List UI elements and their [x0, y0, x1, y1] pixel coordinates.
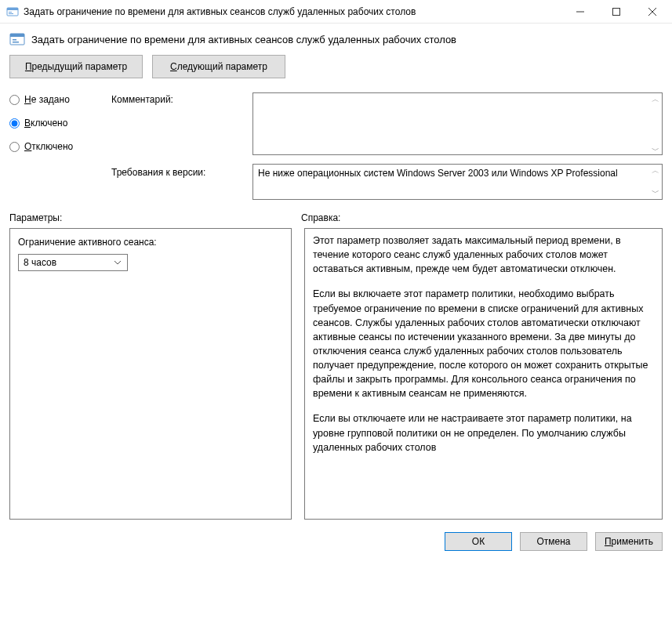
titlebar: Задать ограничение по времени для активн…: [0, 0, 672, 24]
active-limit-label: Ограничение активного сеанса:: [18, 237, 283, 248]
help-paragraph: Этот параметр позволяет задать максималь…: [313, 234, 654, 276]
mid-labels: Параметры: Справка:: [9, 212, 663, 223]
minimize-button[interactable]: [562, 0, 598, 24]
svg-rect-2: [9, 12, 12, 13]
policy-header: Задать ограничение по времени для активн…: [9, 31, 663, 47]
apply-button[interactable]: Применить: [595, 532, 663, 551]
comment-label: Комментарий:: [111, 92, 252, 105]
close-button[interactable]: [634, 0, 670, 24]
ok-button[interactable]: ОК: [445, 532, 512, 551]
supported-wrap: Не ниже операционных систем Windows Serv…: [252, 164, 663, 200]
radio-not-configured[interactable]: Не задано: [9, 94, 111, 105]
options-label: Параметры:: [9, 212, 301, 223]
active-limit-value: 8 часов: [24, 257, 56, 268]
svg-rect-11: [13, 42, 19, 43]
comment-box-wrap: ︿ ﹀: [252, 92, 663, 158]
svg-rect-10: [13, 39, 16, 41]
chevron-down-icon[interactable]: ﹀: [650, 145, 661, 156]
footer-buttons: ОК Отмена Применить: [0, 524, 672, 559]
help-scroll[interactable]: Этот параметр позволяет задать максималь…: [313, 234, 660, 514]
next-setting-button[interactable]: Следующий параметр: [152, 55, 285, 78]
supported-spin: ︿ ﹀: [650, 165, 661, 198]
policy-title: Задать ограничение по времени для активн…: [31, 34, 456, 45]
svg-rect-5: [613, 8, 620, 15]
active-limit-dropdown[interactable]: 8 часов: [18, 254, 128, 271]
supported-text: Не ниже операционных систем Windows Serv…: [252, 164, 663, 200]
help-paragraph: Если вы отключаете или не настраиваете э…: [313, 411, 654, 454]
content-area: Задать ограничение по времени для активн…: [0, 24, 672, 524]
svg-rect-9: [10, 34, 24, 37]
comment-textarea[interactable]: [252, 92, 663, 155]
state-radio-group: Не задано Включено Отключено: [9, 92, 111, 152]
help-paragraph: Если вы включаете этот параметр политики…: [313, 287, 654, 400]
app-icon: [6, 5, 19, 18]
help-label: Справка:: [301, 212, 663, 223]
window-title: Задать ограничение по времени для активн…: [24, 6, 562, 17]
cancel-button[interactable]: Отмена: [520, 532, 587, 551]
supported-label: Требования к версии:: [111, 164, 252, 178]
svg-rect-1: [7, 8, 18, 10]
chevron-down-icon[interactable]: ﹀: [650, 187, 661, 198]
comment-spin: ︿ ﹀: [650, 94, 661, 156]
options-panel: Ограничение активного сеанса: 8 часов: [9, 228, 292, 520]
policy-icon: [9, 31, 25, 47]
previous-setting-button[interactable]: Предыдущий параметр: [9, 55, 143, 78]
maximize-button[interactable]: [598, 0, 634, 24]
help-panel: Этот параметр позволяет задать максималь…: [304, 228, 663, 520]
radio-disabled-input[interactable]: [9, 142, 20, 152]
chevron-up-icon[interactable]: ︿: [650, 165, 661, 176]
chevron-up-icon[interactable]: ︿: [650, 94, 661, 105]
svg-rect-3: [9, 13, 13, 14]
radio-enabled[interactable]: Включено: [9, 118, 111, 129]
radio-disabled[interactable]: Отключено: [9, 141, 111, 152]
nav-buttons: Предыдущий параметр Следующий параметр: [9, 55, 663, 78]
chevron-down-icon: [111, 261, 124, 265]
radio-not-configured-input[interactable]: [9, 95, 20, 105]
state-grid: Не задано Включено Отключено Комментарий…: [9, 92, 663, 200]
panels: Ограничение активного сеанса: 8 часов Эт…: [9, 228, 663, 520]
radio-enabled-input[interactable]: [9, 118, 20, 129]
